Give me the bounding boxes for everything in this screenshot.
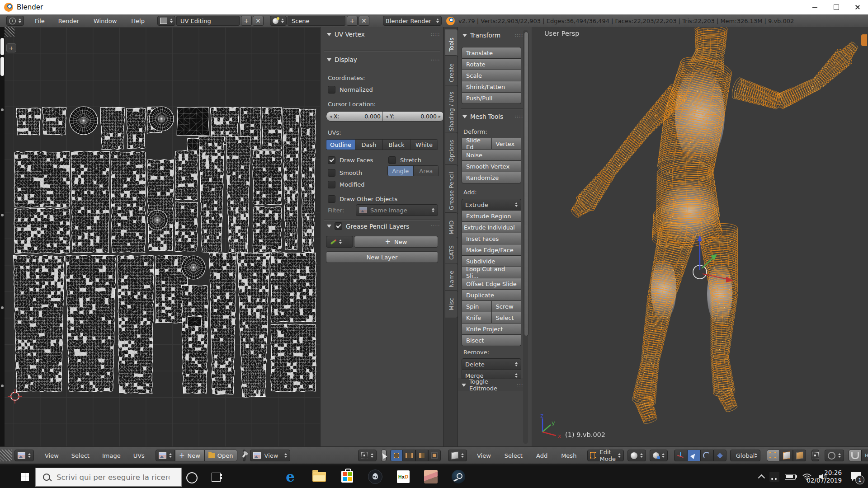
- taskbar-explorer-icon[interactable]: [309, 469, 329, 484]
- new-layer-button[interactable]: New Layer: [326, 251, 438, 263]
- delete-dropdown[interactable]: Delete: [462, 358, 521, 370]
- maximize-button[interactable]: [826, 0, 847, 14]
- filter-dropdown[interactable]: Same Image: [356, 204, 438, 216]
- grease-pencil-dropdown[interactable]: [326, 236, 353, 248]
- stretch-angle-option[interactable]: Angle: [388, 166, 414, 176]
- uv-select-edge-button[interactable]: [403, 450, 415, 461]
- uv-select-vertex-button[interactable]: [390, 450, 403, 461]
- draw-other-objects-checkbox[interactable]: Draw Other Objects: [328, 195, 397, 203]
- screen-layout-dropdown[interactable]: [157, 16, 175, 26]
- stretch-area-option[interactable]: Area: [414, 166, 439, 176]
- offset-edge-slide-button[interactable]: Offset Edge Slide: [462, 278, 521, 290]
- duplicate-button[interactable]: Duplicate: [462, 290, 521, 301]
- image-datablock-dropdown[interactable]: [156, 450, 175, 461]
- orientation-dropdown[interactable]: Global: [730, 450, 760, 461]
- snap-toggle[interactable]: [849, 450, 862, 461]
- uv-sync-selection-toggle[interactable]: [381, 450, 387, 461]
- close-button[interactable]: [847, 0, 868, 14]
- stretch-checkbox[interactable]: Stretch: [388, 156, 421, 164]
- search-input[interactable]: [56, 473, 170, 482]
- cursor-x-field[interactable]: ◂ X: 0.000 ▸: [326, 111, 388, 122]
- uv-menu-image[interactable]: Image: [101, 452, 122, 459]
- taskbar-avatar-app-icon[interactable]: [421, 469, 441, 484]
- uv-menu-view[interactable]: View: [44, 452, 60, 459]
- mode-dropdown[interactable]: Edit Mode: [587, 450, 623, 461]
- smooth-vertex-button[interactable]: Smooth Vertex: [462, 161, 521, 172]
- smooth-checkbox[interactable]: Smooth: [328, 169, 362, 177]
- task-view-button[interactable]: [212, 473, 221, 482]
- push-pull-button[interactable]: Push/Pull: [462, 93, 521, 104]
- editor-type-dropdown[interactable]: i: [6, 16, 24, 26]
- scene-add-button[interactable]: +: [347, 16, 358, 26]
- inset-faces-button[interactable]: Inset Faces: [462, 233, 521, 244]
- viewport-canvas[interactable]: [532, 27, 868, 446]
- cursor-y-field[interactable]: ◂ Y: 0.000 ▸: [382, 111, 444, 122]
- noise-button[interactable]: Noise: [462, 150, 521, 161]
- manipulator-toggle[interactable]: [674, 450, 687, 461]
- proportional-edit-dropdown[interactable]: [825, 450, 844, 461]
- uv-menu-uvs[interactable]: UVs: [132, 452, 146, 459]
- translate-manipulator-button[interactable]: [687, 450, 700, 461]
- uv-mode-black[interactable]: Black: [383, 140, 410, 150]
- scene-delete-button[interactable]: ✕: [359, 16, 369, 26]
- tray-app-button[interactable]: [769, 465, 779, 488]
- render-engine-dropdown[interactable]: Blender Render: [383, 16, 442, 26]
- snap-element-dropdown[interactable]: H⊦H: [862, 450, 868, 461]
- tray-clock[interactable]: 20:26 02/07/2019: [807, 465, 842, 488]
- 3d-viewport[interactable]: User Persp (1) 9.vb.002 z y x: [532, 27, 868, 446]
- rotate-manipulator-button[interactable]: [700, 450, 713, 461]
- pin-toggle[interactable]: [243, 450, 245, 461]
- taskbar-search[interactable]: [35, 468, 182, 487]
- taskbar-store-icon[interactable]: [337, 469, 357, 484]
- scale-button[interactable]: Scale: [462, 70, 521, 81]
- menu-help[interactable]: Help: [130, 18, 146, 24]
- taskbar-hxd-icon[interactable]: HxD: [393, 469, 413, 484]
- extrude-individual-button[interactable]: Extrude Individual: [462, 222, 521, 233]
- menu-file[interactable]: File: [34, 18, 46, 24]
- translate-button[interactable]: Translate: [462, 47, 521, 59]
- collapsed-region-tab[interactable]: [861, 34, 867, 46]
- v3d-menu-mesh[interactable]: Mesh: [560, 452, 577, 459]
- start-button[interactable]: [21, 473, 29, 481]
- viewport-shading-dropdown[interactable]: [627, 450, 646, 461]
- extrude-dropdown[interactable]: Extrude: [462, 199, 521, 211]
- draw-faces-checkbox[interactable]: Draw Faces: [328, 156, 373, 164]
- tray-chevron[interactable]: [760, 465, 765, 488]
- menu-window[interactable]: Window: [93, 18, 118, 24]
- uv-mode-dash[interactable]: Dash: [355, 140, 383, 150]
- modified-checkbox[interactable]: Modified: [328, 181, 364, 188]
- workspace-delete-button[interactable]: ✕: [253, 16, 264, 26]
- grease-pencil-panel-header[interactable]: Grease Pencil Layers :::::: [327, 222, 439, 230]
- screw-button[interactable]: Screw: [492, 301, 521, 312]
- pivot-dropdown[interactable]: [358, 450, 377, 461]
- display-channels-dropdown[interactable]: View: [250, 450, 291, 461]
- vertex-select-mode-button[interactable]: [767, 450, 780, 461]
- workspace-field[interactable]: UV Editing: [176, 16, 240, 26]
- normalized-checkbox[interactable]: Normalized: [328, 86, 373, 94]
- v3d-menu-add[interactable]: Add: [535, 452, 548, 459]
- uv-select-island-button[interactable]: [428, 450, 441, 461]
- workspace-add-button[interactable]: +: [241, 16, 252, 26]
- minimize-button[interactable]: [804, 0, 826, 14]
- pivot-point-dropdown[interactable]: [650, 450, 668, 461]
- taskbar-edge-icon[interactable]: e: [280, 469, 300, 484]
- uv-menu-select[interactable]: Select: [71, 452, 90, 459]
- randomize-button[interactable]: Randomize: [462, 172, 521, 183]
- knife-project-button[interactable]: Knife Project: [462, 324, 521, 335]
- rotate-button[interactable]: Rotate: [462, 59, 521, 70]
- image-new-button[interactable]: +New: [175, 450, 204, 461]
- grease-pencil-new-button[interactable]: +New: [354, 236, 438, 248]
- scene-dropdown[interactable]: [270, 16, 287, 26]
- knife-button[interactable]: Knife: [462, 312, 492, 323]
- spin-button[interactable]: Spin: [462, 301, 492, 312]
- editor-type-dropdown[interactable]: [14, 450, 34, 461]
- tab-misc[interactable]: Misc: [445, 290, 458, 318]
- transform-panel-header[interactable]: Transform :::::: [462, 32, 523, 39]
- taskbar-alienware-icon[interactable]: [365, 469, 385, 484]
- display-panel-header[interactable]: Display :::::: [327, 56, 439, 63]
- image-open-button[interactable]: Open: [204, 450, 237, 461]
- mesh-tools-panel-header[interactable]: Mesh Tools :::::: [462, 113, 523, 120]
- uv-mode-white[interactable]: White: [410, 140, 438, 150]
- toggle-editmode-panel-header[interactable]: Toggle Editmode :::::: [458, 379, 525, 391]
- face-select-mode-button[interactable]: [793, 450, 806, 461]
